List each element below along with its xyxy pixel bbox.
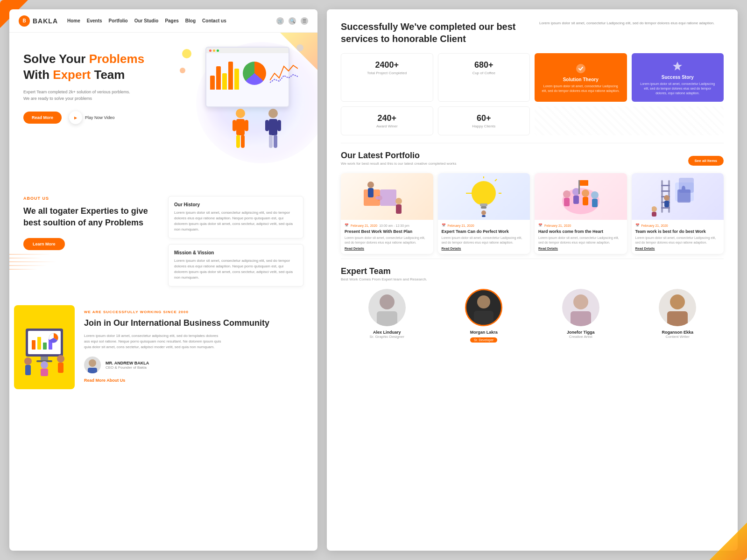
svg-rect-55 — [578, 180, 580, 194]
svg-rect-1 — [236, 119, 245, 135]
success-icon — [671, 60, 684, 73]
portfolio-desc-1: Lorem ipsum dolor sit amet, consectetur … — [345, 236, 430, 245]
stats-header: Successfully We've completed our best se… — [327, 9, 738, 49]
nav-icons: 🛒 🔍 ☰ — [276, 17, 308, 25]
svg-rect-32 — [380, 189, 396, 206]
logo-text: BAKLA — [33, 17, 58, 25]
puzzle-svg — [361, 175, 413, 217]
stats-title: Successfully We've completed our best se… — [341, 21, 525, 45]
svg-rect-16 — [43, 343, 47, 350]
portfolio-date-1: 📅 February 21, 2020 10:00 am - 12:30 pm — [345, 224, 430, 227]
team-avatar-1 — [368, 289, 406, 326]
svg-rect-79 — [571, 311, 591, 326]
svg-rect-14 — [32, 340, 35, 350]
stat-number-4: 60+ — [445, 113, 523, 123]
svg-rect-73 — [377, 311, 397, 326]
svg-rect-38 — [480, 203, 487, 206]
svg-point-6 — [268, 109, 278, 118]
team-subtitle: Best Work Comes From Expert team and Res… — [341, 277, 724, 281]
play-video-button[interactable]: ▶ Play Now Video — [69, 111, 114, 124]
hero-section: Solve Your Problems With Expert Team Exp… — [9, 33, 317, 182]
solution-title: Solution Theory — [563, 77, 599, 82]
page-wrapper: B BAKLA Home Events Portfolio Our Studio… — [0, 0, 747, 560]
svg-rect-9 — [277, 120, 281, 131]
svg-rect-70 — [652, 212, 656, 217]
deco-line-4 — [9, 265, 47, 266]
hero-title: Solve Your Problems With Expert Team — [23, 51, 154, 83]
about-history-card: Our History Lorem ipsum dolor sit amet, … — [168, 196, 303, 238]
see-all-button[interactable]: See all Items — [688, 156, 724, 166]
navbar: B BAKLA Home Events Portfolio Our Studio… — [9, 9, 317, 33]
screen-dot-yellow — [213, 49, 215, 52]
portfolio-title-3: Hard works come from the Heart — [538, 229, 623, 234]
portfolio-title-1: Present Best Work With Best Plan — [345, 229, 430, 234]
line-chart — [270, 57, 298, 90]
svg-rect-76 — [474, 311, 493, 325]
team-member-2: Morgan Lakra Sr. Developer — [438, 289, 530, 343]
nav-home[interactable]: Home — [67, 18, 80, 23]
right-panel: Successfully We've completed our best se… — [327, 9, 738, 551]
portfolio-link-3[interactable]: Read Details — [538, 247, 623, 250]
team-title: Expert Team — [341, 266, 724, 276]
stat-number-3: 240+ — [348, 113, 426, 123]
bar-5 — [234, 69, 239, 90]
bulb-svg — [460, 175, 507, 217]
menu-icon[interactable]: ☰ — [301, 17, 308, 25]
nav-pages[interactable]: Pages — [165, 18, 178, 23]
cart-icon[interactable]: 🛒 — [276, 17, 284, 25]
stat-label-4: Happy Clients — [445, 124, 523, 128]
deco-line-5 — [9, 269, 37, 270]
nav-links: Home Events Portfolio Our Studio Pages B… — [67, 18, 276, 23]
portfolio-meta-1: 📅 February 21, 2020 10:00 am - 12:30 pm … — [341, 220, 433, 254]
portfolio-desc-2: Lorem ipsum dolor sit amet, consectetur … — [442, 236, 527, 245]
about-mission-card: Mission & Vission Lorem ipsum dolor sit … — [168, 244, 303, 287]
portfolio-img-2 — [438, 173, 530, 220]
portfolio-desc-4: Lorem ipsum dolor sit amet, consectetur … — [635, 236, 720, 245]
read-more-about-link[interactable]: Read More About Us — [84, 378, 303, 383]
learn-more-button[interactable]: Learn More — [23, 238, 65, 250]
avatar-svg-4 — [659, 289, 696, 326]
nav-portfolio[interactable]: Portfolio — [109, 18, 128, 23]
svg-rect-36 — [396, 204, 402, 214]
svg-point-72 — [380, 294, 395, 309]
svg-point-33 — [367, 182, 374, 188]
team-role-1: Sr. Graphic Designer — [341, 335, 433, 339]
svg-point-51 — [582, 189, 589, 197]
team-name-4: Roganson Ekka — [632, 330, 724, 335]
portfolio-title-4: Team work is best for do best Work — [635, 229, 720, 234]
portfolio-item-1: 📅 February 21, 2020 10:00 am - 12:30 pm … — [341, 173, 433, 254]
stat-award: 240+ Award Winer — [341, 106, 433, 135]
svg-rect-59 — [677, 189, 691, 203]
about-label: ABOUT US — [23, 196, 159, 201]
nav-blog[interactable]: Blog — [185, 18, 196, 23]
portfolio-link-2[interactable]: Read Details — [442, 247, 527, 250]
screen-dot-red — [209, 49, 211, 52]
float-1 — [182, 49, 191, 58]
portfolio-link-1[interactable]: Read Details — [345, 247, 430, 250]
svg-rect-66 — [661, 207, 670, 209]
screen-header — [206, 48, 289, 53]
team-member-1: Alex Linduary Sr. Graphic Designer — [341, 289, 433, 343]
svg-rect-2 — [233, 120, 236, 131]
stat-happy: 60+ Happy Clients — [438, 106, 530, 135]
portfolio-img-4 — [632, 173, 724, 220]
portfolio-link-4[interactable]: Read Details — [635, 247, 720, 250]
svg-point-27 — [89, 359, 96, 367]
deco-pattern — [535, 106, 724, 135]
figure-viewer — [261, 108, 285, 154]
team-name-2: Morgan Lakra — [438, 330, 530, 335]
deco-line-2 — [9, 258, 42, 259]
read-more-button[interactable]: Read More — [23, 112, 62, 124]
portfolio-title-row: Our Latest Portfolio We work for best re… — [341, 151, 724, 166]
svg-point-0 — [236, 109, 245, 118]
svg-line-41 — [495, 179, 497, 181]
svg-point-47 — [563, 190, 571, 198]
svg-rect-45 — [482, 215, 486, 217]
nav-studio[interactable]: Our Studio — [134, 18, 159, 23]
team-avatar-4 — [659, 289, 696, 326]
nav-events[interactable]: Events — [87, 18, 102, 23]
search-icon[interactable]: 🔍 — [289, 17, 296, 25]
portfolio-date-3: 📅 February 21, 2020 — [538, 224, 623, 227]
svg-point-35 — [395, 198, 402, 204]
nav-contact[interactable]: Contact us — [202, 18, 226, 23]
